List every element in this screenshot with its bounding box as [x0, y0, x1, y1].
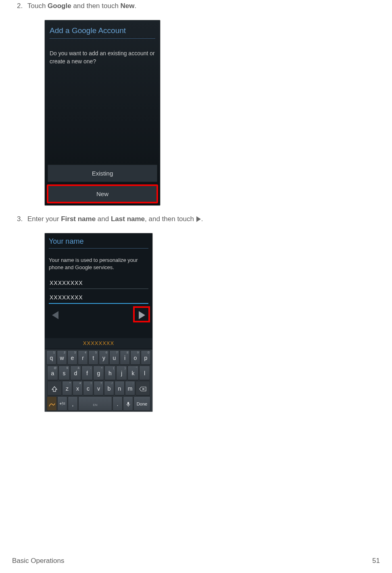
key-i[interactable]: i8	[120, 350, 130, 365]
key-x[interactable]: x#	[73, 381, 83, 395]
last-name-input[interactable]: XXXXXXXX	[49, 292, 148, 304]
existing-button[interactable]: Existing	[48, 165, 157, 182]
key-p[interactable]: p0	[141, 350, 151, 365]
nav-row	[45, 307, 152, 323]
svg-rect-2	[127, 402, 129, 405]
key-m[interactable]: m:	[125, 381, 135, 395]
symbols-key[interactable]: +!=	[57, 396, 67, 411]
screenshot-your-name: Your name Your name is used to personali…	[44, 233, 153, 412]
mic-key[interactable]	[123, 396, 133, 411]
key-s[interactable]: s$	[58, 366, 70, 380]
suggestion-bar: XXXXXXXX	[45, 338, 152, 349]
keyboard-row-2: a@s$d&f-g+h(j)k"l	[45, 366, 152, 380]
keyboard-row-3: z*x#c!v?b/nm:	[45, 381, 152, 395]
key-q[interactable]: q1	[46, 350, 56, 365]
key-u[interactable]: u7	[109, 350, 119, 365]
step-3: 3. Enter your First name and Last name, …	[17, 215, 380, 224]
keyboard-row-1: q1w2e3r4t5y6u7i8o9p0	[45, 350, 152, 365]
key-o[interactable]: o9	[130, 350, 140, 365]
key-j[interactable]: j)	[116, 366, 127, 380]
key-g[interactable]: g+	[93, 366, 104, 380]
space-key[interactable]: EN	[78, 396, 112, 411]
step-2-number: 2.	[17, 2, 27, 11]
key-a[interactable]: a@	[47, 366, 58, 380]
footer-section: Basic Operations	[12, 557, 64, 565]
next-arrow-icon[interactable]	[139, 311, 145, 319]
comma-key[interactable]: ,	[68, 396, 78, 411]
screenshot-add-account: Add a Google Account Do you want to add …	[44, 20, 161, 206]
key-y[interactable]: y6	[99, 350, 109, 365]
key-r[interactable]: r4	[78, 350, 88, 365]
key-z[interactable]: z*	[62, 381, 72, 395]
period-key[interactable]: .	[113, 396, 123, 411]
key-k[interactable]: k"	[127, 366, 139, 380]
key-t[interactable]: t5	[88, 350, 98, 365]
key-d[interactable]: d&	[70, 366, 81, 380]
back-arrow-icon[interactable]	[52, 311, 58, 319]
screenshot1-button-group: Existing New	[48, 161, 157, 203]
key-f[interactable]: f-	[81, 366, 93, 380]
page-footer: Basic Operations 51	[0, 557, 392, 565]
screenshot1-title: Add a Google Account	[50, 26, 155, 39]
step-2: 2. Touch Google and then touch New.	[17, 2, 380, 11]
done-key[interactable]: Done	[133, 396, 150, 411]
screenshot1-body: Do you want to add an existing account o…	[45, 42, 160, 73]
suggestion-text[interactable]: XXXXXXXX	[83, 340, 114, 346]
step-3-text: Enter your First name and Last name, and…	[27, 215, 203, 224]
new-button[interactable]: New	[48, 185, 157, 203]
swype-key[interactable]	[47, 396, 57, 411]
screenshot2-header: Your name	[45, 233, 152, 251]
step-2-text: Touch Google and then touch New.	[27, 2, 136, 11]
next-arrow-icon	[196, 216, 201, 222]
key-e[interactable]: e3	[67, 350, 77, 365]
screenshot1-header: Add a Google Account	[45, 20, 160, 42]
keyboard-row-4: +!= , EN . Done	[45, 396, 152, 411]
keyboard: q1w2e3r4t5y6u7i8o9p0 a@s$d&f-g+h(j)k"l z…	[45, 349, 152, 412]
backspace-key[interactable]	[136, 381, 150, 395]
footer-page-number: 51	[372, 557, 380, 565]
key-h[interactable]: h(	[104, 366, 116, 380]
key-v[interactable]: v?	[94, 381, 104, 395]
key-l[interactable]: l	[139, 366, 150, 380]
screenshot2-description: Your name is used to personalize your ph…	[45, 251, 152, 276]
screenshot2-title: Your name	[49, 237, 148, 249]
key-b[interactable]: b/	[104, 381, 114, 395]
shift-key[interactable]	[47, 381, 62, 395]
first-name-input[interactable]: XXXXXXXX	[49, 278, 148, 289]
key-w[interactable]: w2	[57, 350, 67, 365]
key-c[interactable]: c!	[83, 381, 93, 395]
key-n[interactable]: n	[115, 381, 125, 395]
step-3-number: 3.	[17, 215, 27, 224]
